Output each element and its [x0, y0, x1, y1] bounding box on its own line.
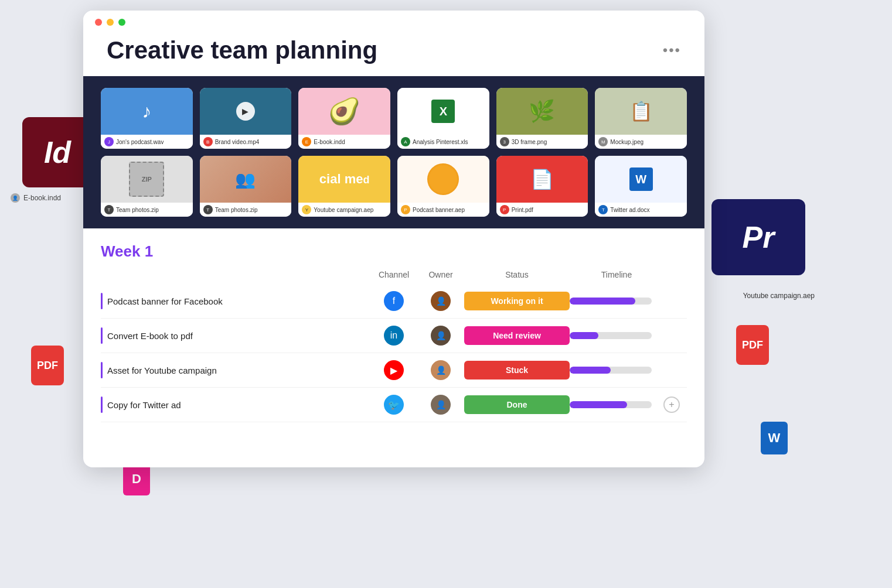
file-avatar: E — [302, 137, 311, 146]
status-badge: Working on it — [464, 292, 570, 310]
task-cell: Copy for Twitter ad — [101, 396, 370, 413]
file-avatar: A — [401, 137, 410, 146]
d-icon-bottom: D — [123, 463, 150, 495]
more-options-button[interactable]: ••• — [663, 42, 681, 59]
file-card[interactable]: ZIP T Team photos.zip — [101, 156, 193, 217]
file-name: Analysis Pinterest.xls — [413, 139, 468, 145]
week-title: Week 1 — [101, 242, 687, 261]
pdf-logo: 📄 — [530, 168, 554, 190]
channel-cell: 🐦 — [370, 395, 417, 415]
file-name: Team photos.zip — [116, 207, 159, 213]
table-row[interactable]: Convert E-book to pdf in 👤 Need review — [101, 319, 687, 353]
excel-icon: X — [431, 100, 455, 123]
window-header: Creative team planning ••• — [83, 30, 704, 76]
file-name: Print.pdf — [512, 207, 533, 213]
zip-icon: ZIP — [129, 162, 164, 197]
mockup-icon: 📋 — [629, 100, 653, 122]
owner-cell: 👤 — [417, 395, 464, 415]
table-row[interactable]: Asset for Youtube campaign ▶ 👤 Stuck — [101, 353, 687, 388]
owner-avatar: 👤 — [431, 360, 451, 380]
file-card[interactable]: cial med Y Youtube campaign.aep — [298, 156, 390, 217]
row-indicator — [101, 327, 103, 344]
table-row[interactable]: Copy for Twitter ad 🐦 👤 Done + — [101, 388, 687, 422]
maximize-dot[interactable] — [118, 19, 125, 26]
window-titlebar — [83, 11, 704, 30]
minimize-dot[interactable] — [107, 19, 114, 26]
youtube-icon: ▶ — [384, 360, 404, 380]
timeline-track — [570, 367, 652, 374]
col-owner-header: Owner — [417, 270, 464, 279]
file-card[interactable]: W T Twitter ad.docx — [595, 156, 687, 217]
owner-cell: 👤 — [417, 360, 464, 380]
col-channel-header: Channel — [370, 270, 417, 279]
youtube-campaign-label: Youtube campaign.aep — [743, 292, 815, 300]
file-name: E-book.indd — [314, 139, 345, 145]
pdf-icon-right: PDF — [736, 325, 769, 365]
row-indicator — [101, 396, 103, 413]
channel-cell: in — [370, 326, 417, 346]
timeline-cell — [570, 367, 663, 374]
col-task-header — [101, 270, 370, 279]
owner-avatar: 👤 — [431, 291, 451, 311]
file-avatar: T — [104, 205, 114, 214]
file-card[interactable]: 📋 M Mockup.jpeg — [595, 88, 687, 149]
linkedin-icon: in — [384, 326, 404, 346]
play-icon: ▶ — [236, 102, 255, 121]
close-dot[interactable] — [95, 19, 102, 26]
col-timeline-header: Timeline — [570, 270, 663, 279]
file-name: 3D frame.png — [512, 139, 547, 145]
twitter-icon: 🐦 — [384, 395, 404, 415]
file-avatar: J — [104, 137, 114, 146]
file-card[interactable]: 🌿 3 3D frame.png — [496, 88, 588, 149]
status-cell: Need review — [464, 326, 570, 345]
status-badge: Done — [464, 395, 570, 414]
row-indicator — [101, 293, 103, 309]
timeline-fill — [570, 401, 627, 408]
task-cell: Asset for Youtube campaign — [101, 362, 370, 378]
timeline-cell — [570, 332, 663, 339]
plant-icon: 🌿 — [529, 99, 555, 124]
adobe-id-icon: Id — [22, 117, 93, 187]
timeline-track — [570, 401, 652, 408]
row-indicator — [101, 362, 103, 378]
status-badge: Stuck — [464, 361, 570, 380]
file-card[interactable]: X A Analysis Pinterest.xls — [397, 88, 489, 149]
pdf-icon-left: PDF — [31, 346, 64, 385]
file-card[interactable]: 👥 T Team photos.zip — [200, 156, 292, 217]
timeline-cell — [570, 401, 663, 408]
timeline-fill — [570, 332, 598, 339]
owner-avatar: 👤 — [431, 326, 451, 346]
table-header: Channel Owner Status Timeline — [101, 270, 687, 284]
file-name: Podcast banner.aep — [413, 207, 465, 213]
task-cell: Convert E-book to pdf — [101, 327, 370, 344]
file-card[interactable]: ▶ B Brand video.mp4 — [200, 88, 292, 149]
status-cell: Done — [464, 395, 570, 414]
files-grid: ♪ J Jon's podcast.wav ▶ B Brand video.mp… — [101, 88, 687, 217]
timeline-track — [570, 298, 652, 305]
status-badge: Need review — [464, 326, 570, 345]
music-icon: ♪ — [142, 101, 151, 122]
file-card[interactable]: ♪ J Jon's podcast.wav — [101, 88, 193, 149]
file-card[interactable]: 🥑 E E-book.indd — [298, 88, 390, 149]
task-name: Copy for Twitter ad — [107, 400, 181, 410]
avocado-icon: 🥑 — [328, 96, 360, 127]
file-name: Twitter ad.docx — [610, 207, 649, 213]
timeline-fill — [570, 298, 635, 305]
file-avatar: T — [203, 205, 213, 214]
timeline-fill — [570, 367, 611, 374]
file-avatar: M — [598, 137, 608, 146]
owner-cell: 👤 — [417, 291, 464, 311]
file-card[interactable]: 📄 P Print.pdf — [496, 156, 588, 217]
table-row[interactable]: Podcast banner for Facebook f 👤 Working … — [101, 284, 687, 319]
files-section: ♪ J Jon's podcast.wav ▶ B Brand video.mp… — [83, 76, 704, 228]
file-name: Youtube campaign.aep — [314, 207, 373, 213]
add-row-button[interactable]: + — [663, 396, 680, 413]
orange-icon — [427, 163, 459, 195]
col-status-header: Status — [464, 270, 570, 279]
file-card[interactable]: P Podcast banner.aep — [397, 156, 489, 217]
file-avatar: Y — [302, 205, 311, 214]
page-title: Creative team planning — [107, 36, 377, 64]
ebook-label: 👤 E-book.indd — [11, 193, 61, 203]
social-text: cial med — [319, 173, 370, 186]
timeline-track — [570, 332, 652, 339]
